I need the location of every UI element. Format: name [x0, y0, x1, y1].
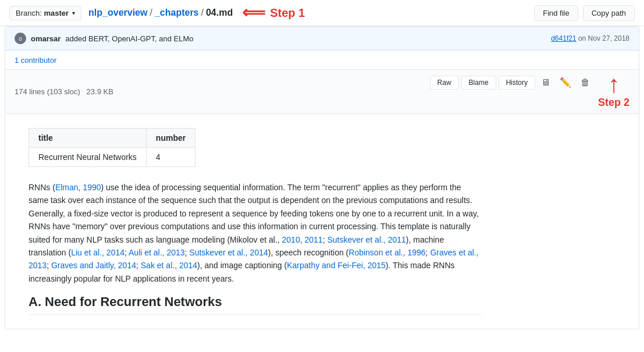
mikolov-2011-link[interactable]: 2011	[304, 235, 322, 244]
breadcrumb: nlp_overview / _chapters / 04.md ⟸ Step …	[88, 5, 534, 21]
table-row: Recurrent Neural Networks 4	[29, 148, 195, 167]
contributor-label-text: contributor	[21, 56, 56, 65]
step1-annotation: ⟸ Step 1	[242, 5, 305, 21]
elman-1990-link[interactable]: Elman, 1990	[55, 183, 101, 192]
commit-date: on Nov 27, 2018	[578, 34, 629, 42]
header-bar: Branch: master ▾ nlp_overview / _chapter…	[0, 0, 644, 26]
copy-path-button[interactable]: Copy path	[583, 5, 635, 21]
breadcrumb-file: 04.md	[206, 8, 233, 18]
section-heading: A. Need for Recurrent Networks	[29, 294, 482, 315]
step2-annotation: ↑ Step 2	[598, 72, 629, 109]
table-header-title: title	[29, 129, 147, 148]
step1-label: Step 1	[270, 6, 305, 20]
content-paragraph: RNNs (Elman, 1990) use the idea of proce…	[29, 181, 482, 285]
graves-jaitly-link[interactable]: Graves and Jaitly, 2014	[51, 261, 136, 270]
file-actions: Raw Blame History 🖥 ✏️ 🗑	[430, 74, 593, 90]
find-file-button[interactable]: Find file	[534, 5, 578, 21]
auli-2013-link[interactable]: Auli et al., 2013	[129, 248, 185, 257]
history-button[interactable]: History	[499, 76, 535, 90]
header-actions: Find file Copy path	[534, 5, 635, 21]
liu-2014-link[interactable]: Liu et al., 2014	[71, 248, 124, 257]
display-icon-button[interactable]: 🖥	[538, 75, 554, 90]
blame-button[interactable]: Blame	[461, 76, 496, 90]
file-meta-bar: 174 lines (103 sloc) 23.9 KB Raw Blame H…	[5, 70, 639, 114]
branch-name: master	[44, 9, 69, 17]
step2-container: Raw Blame History 🖥 ✏️ 🗑 ↑ Step 2	[430, 74, 629, 109]
table-header-number: number	[146, 129, 195, 148]
chevron-down-icon: ▾	[72, 10, 75, 16]
breadcrumb-repo-link[interactable]: nlp_overview	[88, 8, 147, 18]
sutskever-2014-link[interactable]: Sutskever et al., 2014	[189, 248, 268, 257]
breadcrumb-folder-link[interactable]: _chapters	[155, 8, 199, 18]
commit-author: omarsar	[31, 34, 61, 43]
branch-selector[interactable]: Branch: master ▾	[9, 6, 81, 20]
commit-bar: o omarsar added BERT, OpenAI-GPT, and EL…	[5, 27, 639, 51]
breadcrumb-sep1: /	[150, 8, 152, 18]
arrow-left-icon: ⟸	[242, 5, 265, 21]
table-cell-title: Recurrent Neural Networks	[29, 148, 147, 167]
table-cell-number: 4	[146, 148, 195, 167]
avatar: o	[15, 33, 26, 44]
branch-label: Branch:	[16, 9, 42, 17]
contributor-count: 1	[15, 56, 19, 65]
commit-meta: d641f21 on Nov 27, 2018	[551, 34, 629, 42]
data-table: title number Recurrent Neural Networks 4	[29, 128, 195, 167]
file-stats: 174 lines (103 sloc) 23.9 KB	[15, 87, 113, 96]
karpathy-link[interactable]: Karpathy and Fei-Fei, 2015	[287, 261, 386, 270]
delete-icon-button[interactable]: 🗑	[577, 75, 593, 90]
file-size: 23.9 KB	[87, 87, 113, 96]
raw-button[interactable]: Raw	[430, 76, 459, 90]
file-lines: 174 lines	[15, 87, 45, 96]
mikolov-2010-link[interactable]: 2010	[282, 235, 300, 244]
edit-icon-button[interactable]: ✏️	[556, 74, 575, 90]
main-container: o omarsar added BERT, OpenAI-GPT, and EL…	[5, 26, 639, 329]
contributor-link[interactable]: 1 contributor	[15, 56, 56, 65]
sutskever-2011-link[interactable]: Sutskever et al., 2011	[327, 235, 405, 244]
step2-label: Step 2	[598, 97, 629, 109]
robinson-1996-link[interactable]: Robinson et al., 1996	[348, 248, 425, 257]
sak-2014-link[interactable]: Sak et al., 2014	[141, 261, 197, 270]
breadcrumb-sep2: /	[201, 8, 204, 18]
file-sloc: (103 sloc)	[47, 87, 80, 96]
arrow-up-icon: ↑	[607, 72, 620, 97]
commit-message: added BERT, OpenAI-GPT, and ELMo	[65, 34, 193, 43]
file-content: title number Recurrent Neural Networks 4…	[5, 114, 506, 329]
commit-info: o omarsar added BERT, OpenAI-GPT, and EL…	[15, 33, 193, 44]
contributor-bar: 1 contributor	[5, 51, 639, 70]
commit-hash-link[interactable]: d641f21	[551, 34, 576, 42]
